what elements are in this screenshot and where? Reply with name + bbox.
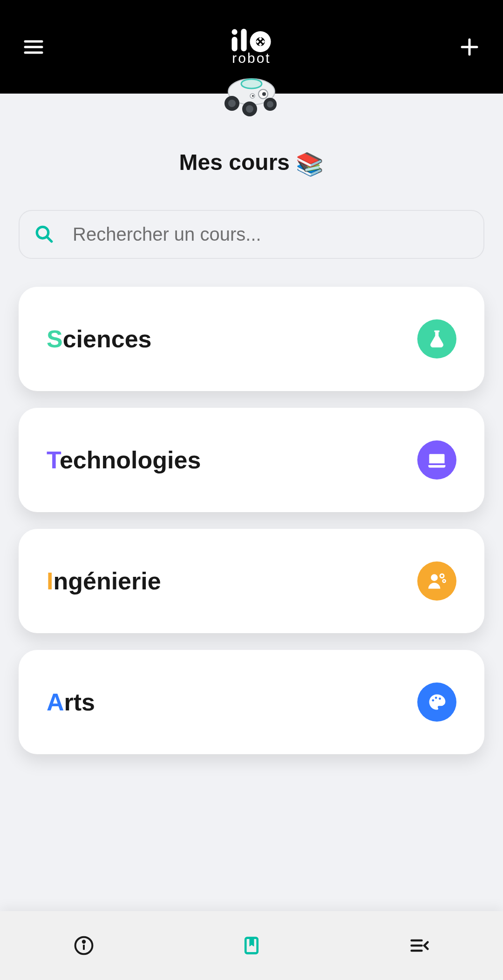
bottom-nav xyxy=(0,911,503,980)
category-title: Technologies xyxy=(47,446,201,474)
category-title-first-letter: T xyxy=(47,446,60,473)
svg-point-33 xyxy=(439,697,441,700)
category-title: Sciences xyxy=(47,325,152,353)
svg-point-29 xyxy=(440,574,444,578)
search-input[interactable] xyxy=(73,224,469,245)
flask-icon xyxy=(417,319,456,358)
info-icon xyxy=(74,935,94,956)
category-title: Ingénierie xyxy=(47,567,161,595)
main-content: Mes cours 📚 SciencesTechnologiesIngénier… xyxy=(0,94,503,911)
svg-point-17 xyxy=(262,92,266,96)
svg-point-28 xyxy=(431,574,438,581)
app-logo: robot xyxy=(227,28,276,66)
category-card[interactable]: Arts xyxy=(19,650,484,754)
menu-collapse-icon xyxy=(409,935,429,956)
palette-icon xyxy=(417,683,456,722)
svg-point-3 xyxy=(232,29,238,34)
svg-point-32 xyxy=(435,696,437,699)
svg-point-15 xyxy=(241,79,262,88)
svg-point-30 xyxy=(443,580,446,582)
category-title-rest: ngénierie xyxy=(53,568,161,595)
page-title: Mes cours 📚 xyxy=(19,149,484,177)
bookmark-icon xyxy=(241,935,262,956)
svg-line-27 xyxy=(47,237,52,242)
svg-point-19 xyxy=(252,95,254,97)
books-emoji-icon: 📚 xyxy=(296,152,324,176)
engineer-icon xyxy=(417,561,456,601)
category-card[interactable]: Technologies xyxy=(19,408,484,512)
category-card[interactable]: Ingénierie xyxy=(19,529,484,633)
category-title-rest: ciences xyxy=(63,325,152,352)
search-icon xyxy=(34,224,54,244)
svg-point-31 xyxy=(432,699,434,702)
search-box[interactable] xyxy=(19,210,484,259)
category-title-first-letter: I xyxy=(47,568,53,595)
logo-ilo-icon xyxy=(227,28,276,52)
robot-illustration-icon xyxy=(219,75,284,117)
nav-menu-collapse-button[interactable] xyxy=(408,934,430,957)
category-title-rest: echnologies xyxy=(60,446,201,473)
svg-point-36 xyxy=(83,941,85,943)
svg-point-25 xyxy=(267,101,273,108)
category-list: SciencesTechnologiesIngénierieArts xyxy=(19,287,484,754)
nav-info-button[interactable] xyxy=(73,934,95,957)
svg-point-23 xyxy=(246,105,253,113)
laptop-icon xyxy=(417,440,456,480)
svg-rect-5 xyxy=(241,28,246,51)
add-button[interactable] xyxy=(458,36,481,58)
logo-subtitle: robot xyxy=(232,50,271,66)
page-title-text: Mes cours xyxy=(179,150,290,175)
svg-rect-4 xyxy=(232,37,238,51)
category-title: Arts xyxy=(47,688,95,716)
category-title-first-letter: S xyxy=(47,325,63,352)
category-title-rest: rts xyxy=(64,689,95,716)
category-title-first-letter: A xyxy=(47,689,64,716)
nav-courses-button[interactable] xyxy=(240,934,263,957)
svg-point-21 xyxy=(228,100,236,107)
hamburger-menu-icon[interactable] xyxy=(22,36,45,58)
category-card[interactable]: Sciences xyxy=(19,287,484,391)
